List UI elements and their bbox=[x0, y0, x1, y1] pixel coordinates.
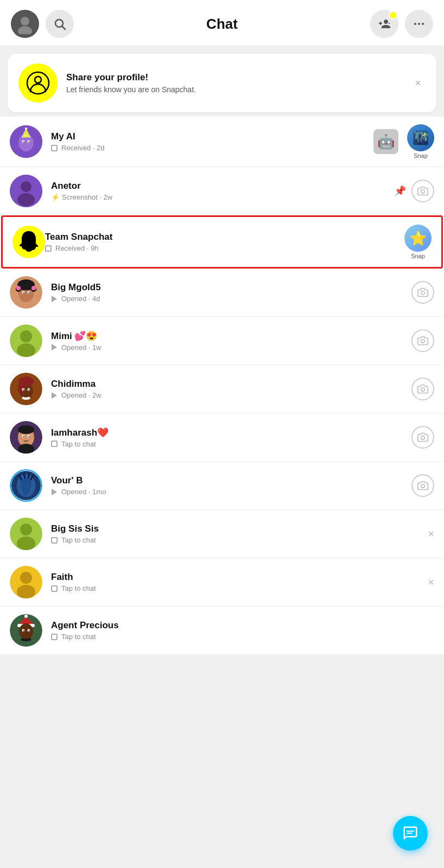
chat-info: Vour' B Opened · 1mo bbox=[51, 475, 411, 496]
chat-action bbox=[411, 329, 434, 352]
svg-point-53 bbox=[23, 436, 24, 437]
chat-item[interactable]: Vour' B Opened · 1mo bbox=[0, 462, 444, 510]
share-text-content: Share your profile! Let friends know you… bbox=[66, 72, 410, 94]
chat-item[interactable]: My AI Received · 2d 🤖 🌃 Snap bbox=[0, 117, 444, 167]
chat-name: Chidimma bbox=[51, 379, 411, 390]
chat-status: Tap to chat bbox=[51, 584, 428, 592]
chat-action: 📌 bbox=[394, 180, 434, 202]
camera-button[interactable] bbox=[411, 281, 434, 304]
svg-point-50 bbox=[18, 425, 34, 434]
chat-item[interactable]: Chidimma Opened · 2w bbox=[0, 365, 444, 413]
avatar bbox=[10, 614, 42, 647]
chat-info: Faith Tap to chat bbox=[51, 572, 428, 592]
header-right bbox=[370, 10, 433, 38]
chat-status: Received · 9h bbox=[45, 244, 404, 252]
svg-point-28 bbox=[16, 286, 21, 290]
camera-button[interactable] bbox=[411, 329, 434, 352]
status-icon bbox=[51, 537, 58, 544]
chat-item[interactable]: Faith Tap to chat × bbox=[0, 558, 444, 607]
chat-action bbox=[411, 281, 434, 304]
close-icon[interactable]: × bbox=[428, 528, 434, 540]
chat-action bbox=[411, 378, 434, 400]
svg-point-34 bbox=[421, 291, 425, 295]
camera-button[interactable] bbox=[411, 426, 434, 449]
svg-point-45 bbox=[23, 390, 24, 391]
svg-point-21 bbox=[17, 193, 35, 206]
received-icon bbox=[45, 245, 52, 252]
status-icon bbox=[51, 634, 58, 640]
chat-info: Agent Precious Tap to chat bbox=[51, 620, 434, 641]
avatar bbox=[10, 125, 42, 158]
chat-item-team-snapchat[interactable]: Team Snapchat Received · 9h ⭐ Snap bbox=[1, 215, 443, 269]
svg-point-29 bbox=[31, 286, 36, 290]
share-subtitle: Let friends know you are on Snapchat. bbox=[66, 85, 410, 94]
share-profile-banner[interactable]: Share your profile! Let friends know you… bbox=[8, 54, 436, 112]
svg-point-6 bbox=[422, 23, 424, 25]
chat-status: Opened · 4d bbox=[51, 295, 411, 303]
chat-name: Iamharash❤️ bbox=[51, 427, 411, 438]
chat-name: Big Mgold5 bbox=[51, 282, 411, 293]
avatar bbox=[10, 421, 42, 454]
chat-list: My AI Received · 2d 🤖 🌃 Snap Anetor bbox=[0, 117, 444, 655]
search-button[interactable] bbox=[46, 10, 74, 38]
svg-point-33 bbox=[29, 292, 30, 293]
chat-item[interactable]: Mimi 💕😍 Opened · 1w bbox=[0, 317, 444, 365]
svg-point-0 bbox=[21, 17, 29, 25]
status-icon bbox=[51, 441, 58, 447]
chat-name: Team Snapchat bbox=[45, 232, 404, 242]
svg-line-61 bbox=[28, 473, 29, 479]
chat-info: Iamharash❤️ Tap to chat bbox=[51, 427, 411, 448]
svg-point-1 bbox=[18, 26, 32, 34]
snap-badge[interactable]: 🌃 Snap bbox=[407, 124, 434, 159]
page-title: Chat bbox=[206, 16, 238, 33]
camera-button[interactable] bbox=[411, 180, 434, 202]
camera-button[interactable] bbox=[411, 474, 434, 497]
chat-status: Opened · 2w bbox=[51, 391, 411, 399]
svg-point-74 bbox=[19, 623, 33, 640]
add-friend-button[interactable] bbox=[370, 10, 398, 38]
svg-point-32 bbox=[23, 292, 24, 293]
svg-line-3 bbox=[62, 27, 66, 30]
svg-point-56 bbox=[421, 436, 425, 440]
header: Chat bbox=[0, 0, 444, 46]
chat-item[interactable]: Iamharash❤️ Tap to chat bbox=[0, 413, 444, 462]
chat-info: Mimi 💕😍 Opened · 1w bbox=[51, 330, 411, 352]
svg-point-8 bbox=[35, 76, 41, 83]
close-icon[interactable]: × bbox=[428, 576, 434, 589]
robot-snap-icon: 🤖 bbox=[373, 129, 398, 154]
opened-icon bbox=[52, 392, 57, 399]
chat-status: Tap to chat bbox=[51, 440, 411, 448]
user-avatar[interactable] bbox=[11, 10, 39, 38]
svg-point-37 bbox=[17, 343, 35, 357]
svg-point-42 bbox=[18, 382, 23, 393]
chat-info: My AI Received · 2d bbox=[51, 131, 373, 152]
chat-item[interactable]: Big Sis Sis Tap to chat × bbox=[0, 510, 444, 558]
chat-item[interactable]: Big Mgold5 Opened · 4d bbox=[0, 269, 444, 317]
svg-point-14 bbox=[29, 142, 30, 143]
chat-info: Chidimma Opened · 2w bbox=[51, 379, 411, 399]
chat-action: 🤖 🌃 Snap bbox=[373, 124, 434, 159]
more-options-button[interactable] bbox=[405, 10, 433, 38]
svg-point-36 bbox=[20, 330, 32, 342]
chat-info: Big Mgold5 Opened · 4d bbox=[51, 282, 411, 303]
chat-info: Team Snapchat Received · 9h bbox=[45, 232, 404, 252]
svg-point-73 bbox=[24, 615, 28, 618]
svg-point-66 bbox=[17, 537, 35, 550]
svg-point-13 bbox=[23, 142, 24, 143]
camera-button[interactable] bbox=[411, 378, 434, 400]
share-banner-close[interactable]: × bbox=[410, 75, 426, 91]
avatar bbox=[10, 518, 42, 550]
screenshot-icon: ⚡ bbox=[51, 193, 60, 201]
chat-name: Big Sis Sis bbox=[51, 524, 428, 534]
chat-status: Opened · 1mo bbox=[51, 488, 411, 496]
share-title: Share your profile! bbox=[66, 72, 410, 83]
chat-name: My AI bbox=[51, 131, 373, 142]
chat-name: Faith bbox=[51, 572, 428, 583]
chat-status: Received · 2d bbox=[51, 144, 373, 152]
chat-item[interactable]: Agent Precious Tap to chat bbox=[0, 607, 444, 655]
chat-item[interactable]: Anetor ⚡ Screenshot · 2w 📌 bbox=[0, 167, 444, 215]
snap-badge[interactable]: ⭐ Snap bbox=[404, 225, 432, 259]
avatar bbox=[10, 324, 42, 357]
avatar bbox=[10, 373, 42, 405]
compose-button[interactable] bbox=[393, 816, 428, 851]
